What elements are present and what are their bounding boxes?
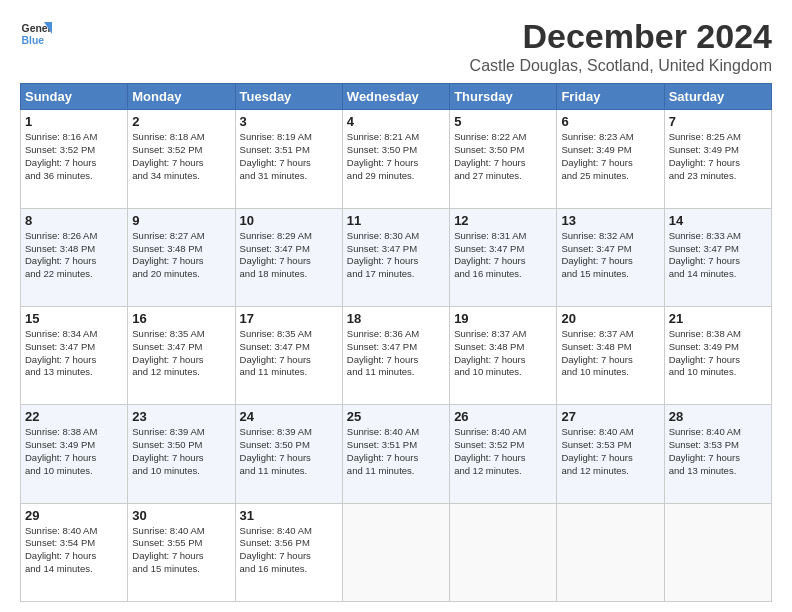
table-cell: 17 Sunrise: 8:35 AMSunset: 3:47 PMDaylig… xyxy=(235,307,342,405)
table-row: 1 Sunrise: 8:16 AMSunset: 3:52 PMDayligh… xyxy=(21,110,772,208)
table-cell: 3 Sunrise: 8:19 AMSunset: 3:51 PMDayligh… xyxy=(235,110,342,208)
empty-cell xyxy=(557,503,664,601)
table-cell: 7 Sunrise: 8:25 AMSunset: 3:49 PMDayligh… xyxy=(664,110,771,208)
table-cell: 15 Sunrise: 8:34 AMSunset: 3:47 PMDaylig… xyxy=(21,307,128,405)
table-cell: 10 Sunrise: 8:29 AMSunset: 3:47 PMDaylig… xyxy=(235,208,342,306)
table-cell: 20 Sunrise: 8:37 AMSunset: 3:48 PMDaylig… xyxy=(557,307,664,405)
table-cell: 26 Sunrise: 8:40 AMSunset: 3:52 PMDaylig… xyxy=(450,405,557,503)
logo: General Blue xyxy=(20,18,52,50)
table-row: 15 Sunrise: 8:34 AMSunset: 3:47 PMDaylig… xyxy=(21,307,772,405)
table-cell: 21 Sunrise: 8:38 AMSunset: 3:49 PMDaylig… xyxy=(664,307,771,405)
empty-cell xyxy=(342,503,449,601)
table-cell: 25 Sunrise: 8:40 AMSunset: 3:51 PMDaylig… xyxy=(342,405,449,503)
month-title: December 2024 xyxy=(470,18,772,55)
logo-icon: General Blue xyxy=(20,18,52,50)
header-thursday: Thursday xyxy=(450,84,557,110)
header-saturday: Saturday xyxy=(664,84,771,110)
table-cell: 8 Sunrise: 8:26 AMSunset: 3:48 PMDayligh… xyxy=(21,208,128,306)
header: General Blue December 2024 Castle Dougla… xyxy=(20,18,772,75)
header-tuesday: Tuesday xyxy=(235,84,342,110)
table-cell: 5 Sunrise: 8:22 AMSunset: 3:50 PMDayligh… xyxy=(450,110,557,208)
table-cell: 30 Sunrise: 8:40 AMSunset: 3:55 PMDaylig… xyxy=(128,503,235,601)
table-cell: 28 Sunrise: 8:40 AMSunset: 3:53 PMDaylig… xyxy=(664,405,771,503)
table-cell: 29 Sunrise: 8:40 AMSunset: 3:54 PMDaylig… xyxy=(21,503,128,601)
table-cell: 1 Sunrise: 8:16 AMSunset: 3:52 PMDayligh… xyxy=(21,110,128,208)
table-cell: 22 Sunrise: 8:38 AMSunset: 3:49 PMDaylig… xyxy=(21,405,128,503)
table-cell: 18 Sunrise: 8:36 AMSunset: 3:47 PMDaylig… xyxy=(342,307,449,405)
page: General Blue December 2024 Castle Dougla… xyxy=(0,0,792,612)
header-monday: Monday xyxy=(128,84,235,110)
empty-cell xyxy=(664,503,771,601)
table-cell: 6 Sunrise: 8:23 AMSunset: 3:49 PMDayligh… xyxy=(557,110,664,208)
table-cell: 31 Sunrise: 8:40 AMSunset: 3:56 PMDaylig… xyxy=(235,503,342,601)
table-cell: 11 Sunrise: 8:30 AMSunset: 3:47 PMDaylig… xyxy=(342,208,449,306)
table-row: 29 Sunrise: 8:40 AMSunset: 3:54 PMDaylig… xyxy=(21,503,772,601)
table-cell: 14 Sunrise: 8:33 AMSunset: 3:47 PMDaylig… xyxy=(664,208,771,306)
empty-cell xyxy=(450,503,557,601)
header-sunday: Sunday xyxy=(21,84,128,110)
table-cell: 24 Sunrise: 8:39 AMSunset: 3:50 PMDaylig… xyxy=(235,405,342,503)
title-block: December 2024 Castle Douglas, Scotland, … xyxy=(470,18,772,75)
weekday-header-row: Sunday Monday Tuesday Wednesday Thursday… xyxy=(21,84,772,110)
table-cell: 12 Sunrise: 8:31 AMSunset: 3:47 PMDaylig… xyxy=(450,208,557,306)
location-title: Castle Douglas, Scotland, United Kingdom xyxy=(470,57,772,75)
svg-text:Blue: Blue xyxy=(22,35,45,46)
table-cell: 23 Sunrise: 8:39 AMSunset: 3:50 PMDaylig… xyxy=(128,405,235,503)
table-row: 22 Sunrise: 8:38 AMSunset: 3:49 PMDaylig… xyxy=(21,405,772,503)
table-row: 8 Sunrise: 8:26 AMSunset: 3:48 PMDayligh… xyxy=(21,208,772,306)
table-cell: 4 Sunrise: 8:21 AMSunset: 3:50 PMDayligh… xyxy=(342,110,449,208)
table-cell: 2 Sunrise: 8:18 AMSunset: 3:52 PMDayligh… xyxy=(128,110,235,208)
header-wednesday: Wednesday xyxy=(342,84,449,110)
calendar-table: Sunday Monday Tuesday Wednesday Thursday… xyxy=(20,83,772,602)
header-friday: Friday xyxy=(557,84,664,110)
table-cell: 16 Sunrise: 8:35 AMSunset: 3:47 PMDaylig… xyxy=(128,307,235,405)
table-cell: 19 Sunrise: 8:37 AMSunset: 3:48 PMDaylig… xyxy=(450,307,557,405)
table-cell: 9 Sunrise: 8:27 AMSunset: 3:48 PMDayligh… xyxy=(128,208,235,306)
table-cell: 13 Sunrise: 8:32 AMSunset: 3:47 PMDaylig… xyxy=(557,208,664,306)
table-cell: 27 Sunrise: 8:40 AMSunset: 3:53 PMDaylig… xyxy=(557,405,664,503)
